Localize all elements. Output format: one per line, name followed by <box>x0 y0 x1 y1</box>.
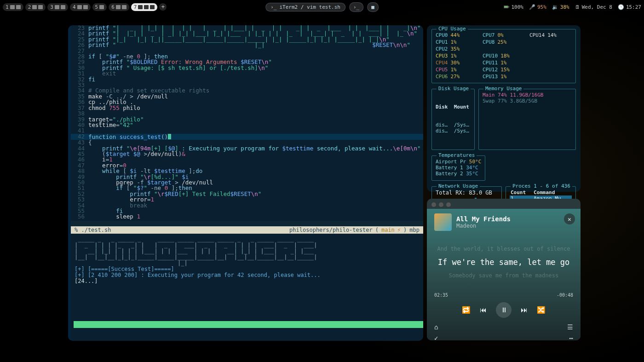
cpu-cell: CPU111% <box>483 60 525 66</box>
mem-swap: Swap 77% 3.8GB/5GB <box>483 98 572 104</box>
cpu-cell <box>483 46 525 52</box>
memory-usage-box: Memory Usage Main 74% 11.9GB/16GB Swap 7… <box>478 89 576 150</box>
tmux-status-bar[interactable] <box>74 321 423 328</box>
date-status[interactable]: 🗓 Wed, Dec 8 <box>575 4 612 10</box>
cpu-cell <box>529 53 572 59</box>
git-branch: main <box>381 227 395 233</box>
menubar-center: ›_ iTerm2 / vim test.sh ›_ ■ <box>265 2 379 12</box>
shuffle-button[interactable]: 🔀 <box>537 306 546 314</box>
temp-row: Airport Pr 50°C <box>436 159 481 165</box>
cpu-cell: CPU70% <box>483 32 525 38</box>
more-icon[interactable]: ⋯ <box>569 334 573 340</box>
play-pause-button[interactable]: ⏸ <box>496 302 512 318</box>
device-icon[interactable]: ⌂ <box>434 323 438 331</box>
code-line[interactable]: 26printf " |_| $RESET\n\n" <box>71 42 423 48</box>
tl-max[interactable] <box>446 202 451 207</box>
app-action-2[interactable]: ■ <box>367 2 379 12</box>
now-playing-header: All My Friends Madeon <box>434 213 573 231</box>
status-left: % ./test.sh <box>75 227 111 233</box>
editor-separator <box>71 221 423 226</box>
terminal-window[interactable]: 23printf "| _ | |_| | | | | | _ | |___| … <box>68 25 423 341</box>
like-button[interactable]: ✓ <box>434 334 438 340</box>
cpu-cell: CPU1414% <box>529 32 572 38</box>
workspace-6[interactable]: 6 <box>109 3 129 11</box>
code-line[interactable]: 45 ($target $@ >/dev/null)& <box>71 151 423 157</box>
cpu-cell: CPU430% <box>436 60 478 66</box>
battery-status[interactable]: 100% <box>504 4 523 10</box>
mic-status[interactable]: 🎤 95% <box>529 4 546 10</box>
lyrics-view: And the world, it blesses out of silence… <box>434 246 573 279</box>
code-line[interactable]: 37chmod 755 philo <box>71 105 423 111</box>
vim-status-bar: % ./test.sh philosophers/philo-tester ( … <box>71 226 423 234</box>
system-monitor-window[interactable]: CPU Usage CPU044%CPU70%CPU1414%CPU11%CPU… <box>427 25 581 192</box>
cpu-cell: CPU1018% <box>483 53 525 59</box>
code-line[interactable]: 54 break <box>71 203 423 208</box>
battery-icon <box>504 4 509 10</box>
cpu-cell: CPU627% <box>436 74 478 80</box>
cpu-cell <box>529 67 572 73</box>
time-remaining: -00:48 <box>557 293 573 298</box>
code-line[interactable]: 32fi <box>71 77 423 82</box>
workspace-4[interactable]: 4 <box>70 3 91 11</box>
terminal-icon: ›_ <box>270 4 276 10</box>
active-app-pill[interactable]: ›_ iTerm2 / vim test.sh <box>265 3 345 11</box>
svg-rect-2 <box>504 6 508 8</box>
lyric-next: Somebody save me from the madness <box>434 272 573 279</box>
song-title: All My Friends <box>456 215 511 223</box>
code-line[interactable]: 30 printf " Usage: [$ sh test.sh] or [./… <box>71 65 423 71</box>
lyric-current: If we're the same, let me go <box>434 258 573 267</box>
cpu-cell: CPU825% <box>483 39 525 45</box>
code-line[interactable]: 31 exit <box>71 71 423 76</box>
cpu-cell <box>529 74 572 80</box>
time-status[interactable]: 🕒 15:27 <box>618 4 641 10</box>
disk-row: dis… /Sys… <box>436 122 471 128</box>
code-line[interactable]: 56 sleep 1 <box>71 214 423 219</box>
prev-track-button[interactable]: ⏮ <box>480 306 487 314</box>
clock-icon: 🕒 <box>618 4 624 10</box>
playback-controls: 🔁 ⏮ ⏸ ⏭ 🔀 <box>434 302 573 318</box>
tl-min[interactable] <box>439 202 443 207</box>
music-player-window[interactable]: ✕ All My Friends Madeon And the world, i… <box>427 199 581 340</box>
temp-row: Battery 1 34°C <box>436 165 481 171</box>
volume-status[interactable]: 🔉 38% <box>552 4 569 10</box>
workspace-7[interactable]: 7 <box>131 3 158 11</box>
net-rx: Total RX: 83.0 GB <box>436 190 498 196</box>
cpu-cell: CPU044% <box>436 32 478 38</box>
time-elapsed: 02:35 <box>434 293 448 298</box>
queue-icon[interactable]: ☰ <box>567 323 573 331</box>
menubar: 1234567 + ›_ iTerm2 / vim test.sh ›_ ■ 1… <box>0 2 644 12</box>
song-artist: Madeon <box>456 223 511 229</box>
workspace-5[interactable]: 5 <box>92 3 107 11</box>
workspace-3[interactable]: 3 <box>47 3 68 11</box>
disk-usage-box: Disk Usage Disk Mount dis… /Sys…dis… /Sy… <box>431 89 475 150</box>
disk-row: dis… /Sys… <box>436 128 471 134</box>
cpu-cell: CPU131% <box>483 74 525 80</box>
code-line[interactable]: 42function success_test() <box>71 134 423 140</box>
terminal-output[interactable]: _____ _ _ _____ _ _____ _____ _____ ____… <box>71 234 423 287</box>
vim-editor[interactable]: 23printf "| _ | |_| | | | | | _ | |___| … <box>71 25 423 221</box>
close-icon[interactable]: ✕ <box>564 213 575 224</box>
tl-close[interactable] <box>431 202 436 207</box>
repeat-button[interactable]: 🔁 <box>462 306 471 314</box>
active-app-title: iTerm2 / vim test.sh <box>279 4 340 10</box>
next-track-button[interactable]: ⏭ <box>521 306 528 314</box>
disk-header: Disk Mount <box>436 104 471 110</box>
album-art[interactable] <box>434 213 452 231</box>
calendar-icon: 🗓 <box>575 4 580 10</box>
code-line[interactable]: 40testtime="42" <box>71 122 423 128</box>
workspace-2[interactable]: 2 <box>25 3 46 11</box>
cpu-cell <box>529 46 572 52</box>
bolt-icon: ⚡ <box>397 227 401 233</box>
add-workspace-button[interactable]: + <box>159 3 167 11</box>
workspace-switcher: 1234567 <box>3 3 157 11</box>
mic-icon: 🎤 <box>529 4 535 10</box>
cpu-cell <box>529 39 572 45</box>
workspace-1[interactable]: 1 <box>3 3 23 11</box>
temp-row: Battery 2 35°C <box>436 171 481 177</box>
app-action-1[interactable]: ›_ <box>349 2 363 12</box>
mem-main: Main 74% 11.9GB/16GB <box>483 92 572 98</box>
cpu-cell: CPU235% <box>436 46 478 52</box>
cpu-usage-box: CPU Usage CPU044%CPU70%CPU1414%CPU11%CPU… <box>431 29 576 83</box>
speaker-icon: 🔉 <box>552 4 558 10</box>
temperatures-box: Temperatures Airport Pr 50°CBattery 1 34… <box>431 155 485 181</box>
